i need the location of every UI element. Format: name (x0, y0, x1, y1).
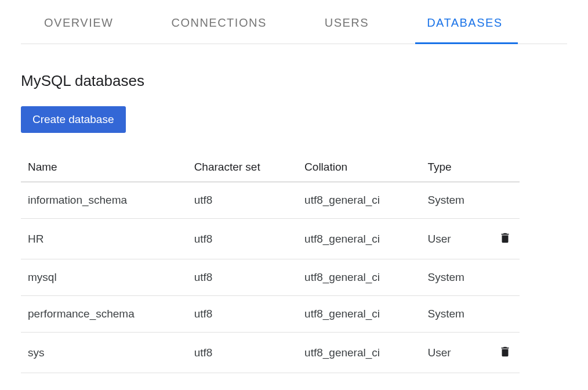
delete-database-button[interactable] (498, 230, 513, 245)
tab-connections[interactable]: CONNECTIONS (159, 0, 278, 44)
cell-collation: utf8_general_ci (297, 259, 420, 296)
tab-overview[interactable]: OVERVIEW (21, 0, 125, 44)
col-header-collation: Collation (297, 153, 420, 182)
cell-type: System (420, 182, 491, 219)
col-header-name: Name (21, 153, 187, 182)
cell-charset: utf8 (187, 259, 297, 296)
cell-name: performance_schema (21, 296, 187, 333)
table-row: sysutf8utf8_general_ciUser (21, 333, 520, 373)
cell-charset: utf8 (187, 219, 297, 259)
cell-actions (491, 296, 520, 333)
tab-databases[interactable]: DATABASES (415, 0, 514, 44)
cell-type: User (420, 219, 491, 259)
table-row: HRutf8utf8_general_ciUser (21, 219, 520, 259)
cell-type: System (420, 259, 491, 296)
cell-collation: utf8_general_ci (297, 219, 420, 259)
cell-charset: utf8 (187, 333, 297, 373)
cell-name: sys (21, 333, 187, 373)
cell-charset: utf8 (187, 182, 297, 219)
delete-database-button[interactable] (498, 344, 513, 359)
table-row: performance_schemautf8utf8_general_ciSys… (21, 296, 520, 333)
col-header-actions (491, 153, 520, 182)
table-row: mysqlutf8utf8_general_ciSystem (21, 259, 520, 296)
cell-charset: utf8 (187, 296, 297, 333)
trash-icon (499, 232, 511, 244)
databases-table: Name Character set Collation Type inform… (21, 153, 520, 373)
cell-name: information_schema (21, 182, 187, 219)
cell-actions (491, 182, 520, 219)
col-header-type: Type (420, 153, 491, 182)
cell-actions (491, 333, 520, 373)
cell-name: mysql (21, 259, 187, 296)
cell-collation: utf8_general_ci (297, 182, 420, 219)
create-database-button[interactable]: Create database (21, 106, 126, 133)
cell-type: User (420, 333, 491, 373)
tabs-bar: OVERVIEWCONNECTIONSUSERSDATABASES (21, 0, 567, 44)
section-title: MySQL databases (21, 72, 567, 90)
cell-actions (491, 219, 520, 259)
databases-table-wrap: Name Character set Collation Type inform… (21, 153, 520, 373)
col-header-charset: Character set (187, 153, 297, 182)
cell-name: HR (21, 219, 187, 259)
content-area: MySQL databases Create database Name Cha… (0, 44, 588, 385)
trash-icon (499, 345, 511, 358)
tab-users[interactable]: USERS (313, 0, 380, 44)
table-row: information_schemautf8utf8_general_ciSys… (21, 182, 520, 219)
cell-collation: utf8_general_ci (297, 333, 420, 373)
cell-type: System (420, 296, 491, 333)
cell-collation: utf8_general_ci (297, 296, 420, 333)
cell-actions (491, 259, 520, 296)
